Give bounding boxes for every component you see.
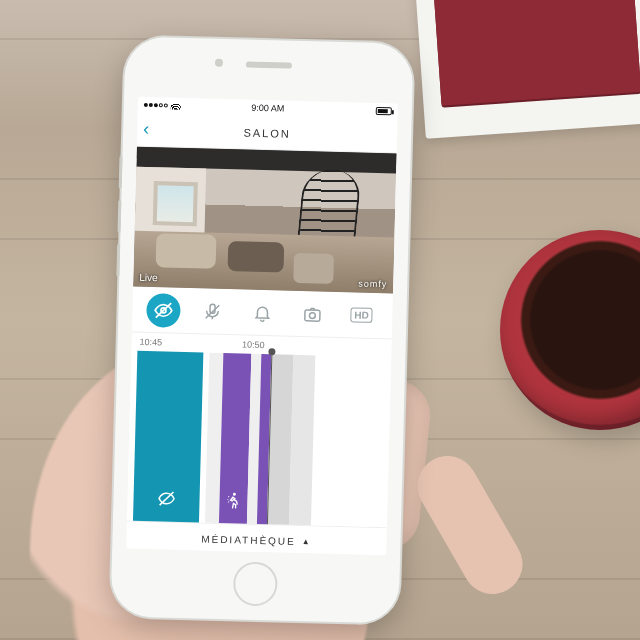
motion-person-icon [219, 491, 248, 514]
privacy-toggle-button[interactable] [146, 292, 181, 327]
eye-off-icon [133, 489, 200, 513]
chevron-up-icon: ▲ [302, 537, 312, 546]
hd-icon: HD [350, 307, 373, 323]
phone-device: 9:00 AM ‹ SALON Live somfy [110, 36, 413, 623]
toolbar: HD [132, 287, 393, 340]
phone-front-camera [215, 59, 223, 67]
timeline-segment-empty[interactable] [289, 355, 315, 526]
mic-toggle-button[interactable] [195, 294, 230, 329]
mediatheque-label: MÉDIATHÈQUE [201, 533, 296, 546]
battery-icon [376, 107, 392, 115]
phone-speaker [246, 61, 292, 68]
camera-live-feed[interactable]: Live somfy [133, 147, 397, 294]
camera-icon [302, 304, 323, 325]
timeline-segment-privacy[interactable] [133, 351, 203, 523]
timestamp-1: 10:45 [140, 337, 163, 348]
hd-toggle-button[interactable]: HD [344, 298, 379, 333]
live-badge: Live [139, 272, 158, 283]
background-notebook [415, 0, 640, 139]
back-button[interactable]: ‹ [143, 119, 150, 140]
svg-rect-4 [304, 309, 319, 320]
home-button[interactable] [233, 561, 278, 606]
svg-point-5 [309, 312, 315, 318]
alert-toggle-button[interactable] [245, 295, 280, 330]
timestamp-2: 10:50 [242, 339, 265, 350]
background-coffee-cup [500, 230, 640, 430]
event-timeline[interactable] [127, 351, 391, 528]
screen: 9:00 AM ‹ SALON Live somfy [126, 97, 398, 556]
brand-watermark: somfy [358, 279, 387, 290]
bell-icon [252, 302, 273, 323]
hand-right-finger [407, 445, 534, 605]
page-title: SALON [243, 126, 291, 139]
mic-off-icon [203, 301, 224, 322]
svg-point-7 [233, 493, 236, 496]
eye-off-icon [153, 300, 174, 321]
timeline-segment-motion[interactable] [219, 353, 251, 524]
snapshot-button[interactable] [295, 296, 330, 331]
